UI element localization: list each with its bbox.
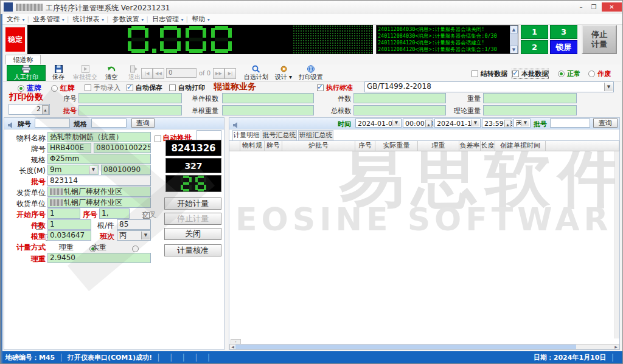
right-query-button[interactable]: 查询	[593, 118, 618, 128]
grade-input[interactable]: HRB400E	[47, 143, 91, 153]
date-from-select[interactable]: 2024-01-01 ▼	[355, 118, 402, 128]
standard-group[interactable]: 执行标准	[317, 83, 353, 92]
actual-radio[interactable]	[132, 246, 139, 252]
menu-item-5[interactable]: 帮助 ▾	[192, 15, 210, 24]
spec-filter-input[interactable]	[91, 118, 127, 128]
chevron-down-icon[interactable]: ▼	[392, 120, 400, 126]
minimize-button[interactable]: –	[576, 2, 586, 12]
table-vscrollbar[interactable]	[614, 151, 619, 338]
column-header-4[interactable]: 实际重量	[375, 141, 418, 151]
autosave-checkbox[interactable]	[127, 84, 133, 91]
weight-field-input[interactable]	[483, 93, 577, 103]
stop-measure-button[interactable]: 停止计量	[582, 25, 617, 54]
length-select[interactable]: 9m ▼	[47, 165, 99, 175]
batch-input[interactable]: 823114	[47, 176, 151, 186]
result-tab-1[interactable]: 批号汇总统计	[262, 130, 297, 140]
restore-button[interactable]: ❐	[588, 2, 599, 12]
scroll-left-icon[interactable]: ◀	[230, 345, 235, 349]
stepper-arrows-icon[interactable]: ▲▼	[425, 120, 432, 126]
plan-button[interactable]: 自选计划	[242, 65, 270, 81]
approve-button[interactable]: 计量核准	[164, 244, 221, 256]
length-code-input[interactable]: 08010090	[101, 165, 151, 175]
toolbar-button-2[interactable]: 审批提交	[71, 65, 99, 81]
tab-roller-scale[interactable]: 辊道称	[5, 55, 41, 65]
column-header-blank[interactable]	[229, 141, 240, 151]
standard-select[interactable]: GB/T1499.2-2018 ▼	[364, 81, 614, 92]
hscroll-thumb[interactable]	[235, 345, 576, 349]
table-hscrollbar[interactable]: ◀ ▶	[229, 344, 619, 349]
time-from-stepper[interactable]: 00:00:00 ▲▼	[403, 118, 433, 128]
table-body[interactable]: 易思软件 EOSINE SOFTWARE	[229, 151, 619, 338]
single-weight-input[interactable]	[222, 105, 314, 115]
receiver-input[interactable]: 轧钢厂棒材作业区	[47, 197, 151, 208]
menu-item-0[interactable]: 文件 ▾	[7, 15, 25, 24]
manual-entry-group[interactable]: 手动录入	[85, 83, 120, 92]
scroll-up-icon[interactable]: ▲	[510, 26, 518, 33]
start-measure-button[interactable]: 开始计量	[164, 197, 221, 210]
sender-input[interactable]: 轧钢厂棒材作业区	[47, 187, 151, 197]
nav-prev-button[interactable]: ◀◀	[153, 68, 164, 79]
menu-item-3[interactable]: 参数设置 ▾	[113, 15, 144, 24]
batch-filter-input[interactable]	[550, 118, 590, 128]
chevron-down-icon[interactable]: ▼	[471, 120, 479, 126]
column-header-blank[interactable]	[546, 141, 619, 151]
column-header-5[interactable]: 理重	[418, 141, 459, 151]
print-setup-button[interactable]: 打印设置	[296, 65, 325, 81]
shift-select[interactable]: 丙 ▼	[117, 230, 151, 241]
autobatch-checkbox[interactable]	[155, 136, 161, 142]
toolbar-button-4[interactable]: 退出	[125, 65, 144, 81]
column-header-3[interactable]: 序号	[355, 141, 375, 151]
red-card-radio-group[interactable]: 红牌	[51, 83, 75, 94]
total-roots-input[interactable]	[353, 105, 446, 115]
message-log-scrollbar[interactable]: ▲▼	[510, 26, 518, 53]
seq-field-input[interactable]	[78, 93, 182, 103]
pieces-roots-input[interactable]	[222, 93, 314, 103]
menu-item-2[interactable]: 统计报表 ▾	[72, 15, 104, 24]
autosave-group[interactable]: 自动保存	[127, 83, 162, 92]
toolbar-button-3[interactable]: 清空	[102, 65, 121, 81]
void-radio-group[interactable]: 作废	[588, 69, 611, 78]
material-input[interactable]: 热轧带肋钢筋（抗震）	[47, 132, 151, 142]
theory-weight-input[interactable]: 2.9450	[47, 253, 151, 263]
record-number-input[interactable]: 0	[166, 68, 197, 78]
shift-filter-select[interactable]: 丙 ▼	[513, 118, 531, 128]
count-field-input[interactable]	[353, 93, 446, 103]
column-header-2[interactable]: 炉批号	[282, 141, 355, 151]
this-batch-checkbox[interactable]	[512, 70, 519, 77]
scroll-down-icon[interactable]: ▼	[510, 46, 518, 53]
theory-weight-field-input[interactable]	[483, 105, 577, 115]
menu-item-4[interactable]: 日志管理 ▾	[152, 15, 184, 24]
result-tab-0[interactable]: 计量明细	[232, 130, 260, 140]
column-header-1[interactable]: 牌号	[265, 141, 282, 151]
root-weight-input[interactable]: 0.034647	[47, 230, 91, 241]
result-tab-2[interactable]: 班组汇总统计	[298, 130, 333, 140]
grade-code-input[interactable]: 0801001002250	[94, 143, 151, 153]
lock-screen-button[interactable]: 锁屏	[550, 40, 577, 54]
normal-radio[interactable]	[558, 70, 565, 77]
manual-entry-checkbox[interactable]	[85, 84, 91, 91]
carryover-check-group[interactable]: 结转数据	[472, 69, 507, 78]
stop-measure-side-button[interactable]: 停止计量	[164, 213, 221, 225]
chevron-down-icon[interactable]: ▼	[89, 166, 97, 174]
left-query-button[interactable]: 查询	[131, 118, 155, 128]
menu-item-1[interactable]: 业务管理 ▾	[33, 15, 64, 24]
count-input[interactable]: 1	[47, 219, 91, 230]
date-to-select[interactable]: 2024-01-11 ▼	[434, 118, 481, 128]
chevron-down-icon[interactable]: ▼	[521, 120, 529, 126]
chevron-down-icon[interactable]: ▼	[604, 83, 613, 91]
stepper-arrows-icon[interactable]: ▲▼	[504, 120, 511, 126]
stepper-arrows-icon[interactable]: ▲▼	[42, 105, 49, 114]
carryover-checkbox[interactable]	[472, 70, 478, 77]
column-header-8[interactable]: 创建单据时间	[495, 141, 546, 151]
blue-card-radio[interactable]	[18, 85, 24, 92]
column-header-0[interactable]: 物料规格	[240, 141, 265, 151]
standard-checkbox[interactable]	[317, 84, 324, 91]
roots-per-input[interactable]: 85	[117, 219, 151, 230]
this-batch-check-group[interactable]: 本批数据	[512, 69, 548, 78]
close-button[interactable]: ✕	[602, 2, 622, 12]
nav-next-button[interactable]: ▶▶	[213, 68, 224, 79]
spec-input[interactable]: Φ25mm	[47, 154, 151, 164]
close-panel-button[interactable]: 关闭	[164, 228, 221, 240]
batch-field-input[interactable]	[78, 105, 182, 115]
toolbar-button-0[interactable]: 人工打印	[7, 65, 46, 81]
